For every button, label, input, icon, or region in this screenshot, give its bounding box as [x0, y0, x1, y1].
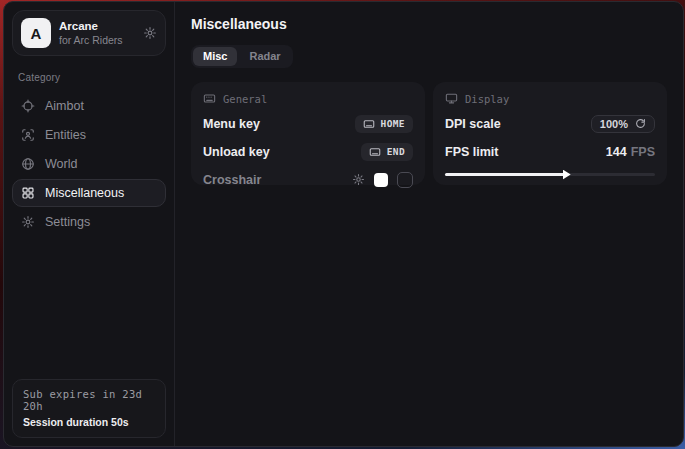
sub-expiry-text: Sub expires in 23d 20h — [23, 388, 155, 412]
globe-icon — [21, 157, 35, 171]
keyboard-icon — [369, 146, 381, 158]
unload-key-row: Unload key END — [203, 142, 413, 161]
crosshair-color-swatch[interactable] — [374, 173, 388, 187]
crosshair-label: Crosshair — [203, 173, 261, 187]
session-duration-text: Session duration 50s — [23, 416, 155, 428]
sidebar-item-miscellaneous[interactable]: Miscellaneous — [12, 179, 166, 207]
app-meta: Arcane for Arc Riders — [59, 19, 135, 47]
fps-limit-row: FPS limit 144FPS — [445, 142, 655, 161]
crosshair-controls — [352, 172, 413, 188]
general-card: General Menu key HOME Unload key — [191, 82, 425, 185]
main-panel: Miscellaneous Misc Radar General Menu ke… — [175, 2, 683, 446]
tab-radar[interactable]: Radar — [239, 47, 290, 66]
gear-icon — [21, 215, 35, 229]
crosshair-checkbox[interactable] — [397, 172, 413, 188]
gear-icon[interactable] — [352, 173, 365, 186]
display-card-title: Display — [465, 93, 509, 105]
grid-icon — [21, 186, 35, 200]
page-title: Miscellaneous — [191, 16, 667, 32]
display-card-header: Display — [445, 92, 655, 105]
subscription-card: Sub expires in 23d 20h Session duration … — [12, 379, 166, 438]
sidebar-nav: Aimbot Entities World — [12, 92, 166, 236]
monitor-icon — [445, 92, 458, 105]
fps-limit-value: 144FPS — [606, 145, 655, 159]
unload-key-label: Unload key — [203, 145, 270, 159]
menu-key-row: Menu key HOME — [203, 114, 413, 133]
fps-number: 144 — [606, 145, 627, 159]
sidebar-item-label: Settings — [45, 215, 90, 229]
dpi-scale-selector[interactable]: 100% — [591, 115, 655, 133]
keyboard-icon — [203, 92, 216, 105]
dpi-scale-value: 100% — [600, 118, 628, 130]
sidebar: A Arcane for Arc Riders Category — [4, 2, 175, 446]
general-card-header: General — [203, 92, 413, 105]
app-header-card: A Arcane for Arc Riders — [12, 10, 166, 56]
app-subtitle: for Arc Riders — [59, 34, 135, 47]
general-card-title: General — [223, 93, 267, 105]
fps-unit: FPS — [631, 145, 655, 159]
sidebar-item-label: Entities — [45, 128, 86, 142]
menu-key-label: Menu key — [203, 117, 260, 131]
crosshair-icon — [21, 99, 35, 113]
display-card: Display DPI scale 100% FPS limit — [433, 82, 667, 185]
cards-row: General Menu key HOME Unload key — [191, 82, 667, 185]
category-label: Category — [18, 72, 160, 83]
app-window: A Arcane for Arc Riders Category — [3, 1, 684, 447]
refresh-icon — [635, 118, 646, 129]
fps-limit-label: FPS limit — [445, 145, 498, 159]
menu-key-bind-button[interactable]: HOME — [355, 115, 413, 133]
slider-thumb[interactable] — [563, 170, 571, 180]
tab-misc[interactable]: Misc — [193, 47, 237, 66]
app-logo: A — [21, 18, 51, 48]
sidebar-item-label: World — [45, 157, 77, 171]
fps-limit-slider[interactable] — [445, 173, 655, 176]
scan-person-icon — [21, 128, 35, 142]
sidebar-item-label: Aimbot — [45, 99, 84, 113]
keyboard-icon — [363, 118, 375, 130]
menu-key-value: HOME — [381, 118, 405, 129]
sidebar-item-entities[interactable]: Entities — [12, 121, 166, 149]
crosshair-row: Crosshair — [203, 170, 413, 189]
dpi-scale-label: DPI scale — [445, 117, 501, 131]
slider-fill — [445, 173, 565, 176]
tab-bar: Misc Radar — [191, 45, 293, 68]
sidebar-item-settings[interactable]: Settings — [12, 208, 166, 236]
dpi-scale-row: DPI scale 100% — [445, 114, 655, 133]
sidebar-item-aimbot[interactable]: Aimbot — [12, 92, 166, 120]
sidebar-item-world[interactable]: World — [12, 150, 166, 178]
unload-key-bind-button[interactable]: END — [361, 143, 413, 161]
gear-icon[interactable] — [143, 26, 157, 40]
sidebar-item-label: Miscellaneous — [45, 186, 124, 200]
unload-key-value: END — [387, 146, 405, 157]
app-title: Arcane — [59, 19, 135, 33]
